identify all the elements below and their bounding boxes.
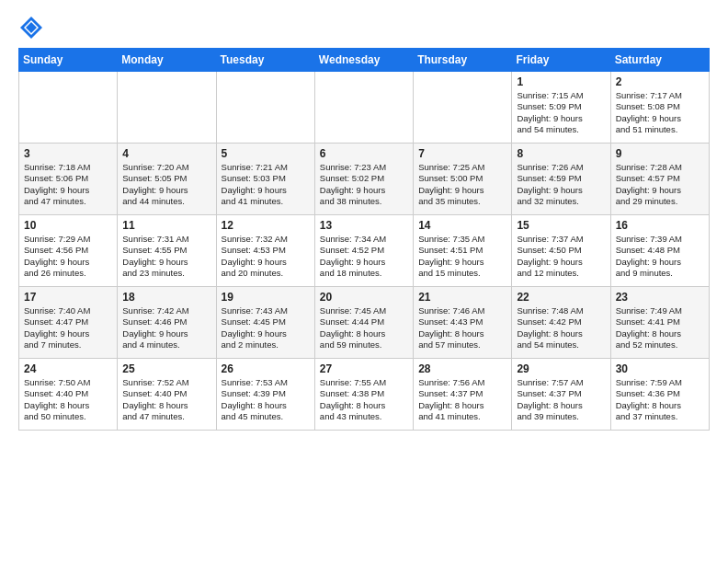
- cell-info-line: Sunset: 5:03 PM: [222, 173, 310, 184]
- cell-info-line: Daylight: 8 hours: [418, 400, 506, 411]
- calendar-cell: 22Sunrise: 7:48 AMSunset: 4:42 PMDayligh…: [512, 287, 610, 359]
- cell-info-line: Sunrise: 7:21 AM: [222, 162, 310, 173]
- weekday-header: Tuesday: [216, 49, 314, 72]
- calendar-cell: 6Sunrise: 7:23 AMSunset: 5:02 PMDaylight…: [314, 144, 413, 215]
- cell-info-line: and 52 minutes.: [616, 339, 704, 350]
- calendar-cell: 16Sunrise: 7:39 AMSunset: 4:48 PMDayligh…: [610, 215, 709, 287]
- cell-info-line: Sunset: 4:46 PM: [122, 316, 210, 327]
- weekday-header: Wednesday: [314, 49, 413, 72]
- day-number: 4: [122, 147, 210, 160]
- cell-info-line: Sunset: 4:53 PM: [222, 245, 310, 256]
- calendar-cell: 28Sunrise: 7:56 AMSunset: 4:37 PMDayligh…: [414, 359, 512, 431]
- cell-info-line: Daylight: 9 hours: [222, 328, 310, 339]
- cell-info-line: Daylight: 9 hours: [418, 257, 506, 268]
- cell-info-line: Sunrise: 7:15 AM: [517, 90, 605, 101]
- cell-info-line: Sunset: 4:37 PM: [418, 388, 506, 399]
- cell-info-line: and 43 minutes.: [320, 411, 408, 422]
- calendar-week-row: 17Sunrise: 7:40 AMSunset: 4:47 PMDayligh…: [19, 287, 710, 359]
- day-number: 30: [616, 362, 704, 375]
- cell-info-line: Sunrise: 7:34 AM: [320, 234, 408, 245]
- calendar-cell: 25Sunrise: 7:52 AMSunset: 4:40 PMDayligh…: [118, 359, 216, 431]
- cell-info-line: and 18 minutes.: [320, 268, 408, 279]
- calendar-table: SundayMondayTuesdayWednesdayThursdayFrid…: [18, 48, 710, 431]
- cell-info-line: Daylight: 8 hours: [122, 400, 210, 411]
- day-number: 13: [320, 219, 408, 232]
- calendar-cell: 9Sunrise: 7:28 AMSunset: 4:57 PMDaylight…: [610, 144, 709, 215]
- cell-info-line: and 12 minutes.: [517, 268, 605, 279]
- calendar-cell: 12Sunrise: 7:32 AMSunset: 4:53 PMDayligh…: [216, 215, 314, 287]
- calendar-cell: [19, 72, 118, 144]
- cell-info-line: Sunrise: 7:50 AM: [24, 377, 112, 388]
- cell-info-line: Sunset: 4:43 PM: [418, 316, 506, 327]
- cell-info-line: Sunset: 4:50 PM: [517, 245, 605, 256]
- cell-info-line: Sunrise: 7:23 AM: [320, 162, 408, 173]
- cell-info-line: Daylight: 9 hours: [320, 257, 408, 268]
- cell-info-line: Daylight: 9 hours: [122, 185, 210, 196]
- calendar-cell: 17Sunrise: 7:40 AMSunset: 4:47 PMDayligh…: [19, 287, 118, 359]
- cell-info-line: Sunset: 4:44 PM: [320, 316, 408, 327]
- cell-info-line: and 38 minutes.: [320, 196, 408, 207]
- cell-info-line: Daylight: 9 hours: [517, 185, 605, 196]
- calendar-week-row: 10Sunrise: 7:29 AMSunset: 4:56 PMDayligh…: [19, 215, 710, 287]
- cell-info-line: Sunset: 4:41 PM: [616, 316, 704, 327]
- calendar-cell: 19Sunrise: 7:43 AMSunset: 4:45 PMDayligh…: [216, 287, 314, 359]
- cell-info-line: Daylight: 8 hours: [517, 328, 605, 339]
- day-number: 11: [122, 219, 210, 232]
- calendar-cell: 5Sunrise: 7:21 AMSunset: 5:03 PMDaylight…: [216, 144, 314, 215]
- day-number: 6: [320, 147, 408, 160]
- day-number: 17: [24, 291, 112, 304]
- weekday-header: Saturday: [610, 49, 709, 72]
- cell-info-line: Daylight: 8 hours: [418, 328, 506, 339]
- day-number: 7: [418, 147, 506, 160]
- cell-info-line: Sunset: 4:38 PM: [320, 388, 408, 399]
- day-number: 16: [616, 219, 704, 232]
- cell-info-line: Sunrise: 7:37 AM: [517, 234, 605, 245]
- cell-info-line: and 35 minutes.: [418, 196, 506, 207]
- calendar-body: 1Sunrise: 7:15 AMSunset: 5:09 PMDaylight…: [19, 72, 710, 431]
- cell-info-line: Sunrise: 7:48 AM: [517, 305, 605, 316]
- calendar-cell: 26Sunrise: 7:53 AMSunset: 4:39 PMDayligh…: [216, 359, 314, 431]
- cell-info-line: Daylight: 9 hours: [517, 113, 605, 124]
- cell-info-line: Sunrise: 7:46 AM: [418, 305, 506, 316]
- cell-info-line: Sunset: 5:05 PM: [122, 173, 210, 184]
- cell-info-line: and 44 minutes.: [122, 196, 210, 207]
- cell-info-line: and 37 minutes.: [616, 411, 704, 422]
- cell-info-line: Sunset: 4:48 PM: [616, 245, 704, 256]
- day-number: 15: [517, 219, 605, 232]
- cell-info-line: Daylight: 8 hours: [616, 328, 704, 339]
- cell-info-line: and 54 minutes.: [517, 124, 605, 135]
- calendar-week-row: 1Sunrise: 7:15 AMSunset: 5:09 PMDaylight…: [19, 72, 710, 144]
- cell-info-line: Sunset: 4:47 PM: [24, 316, 112, 327]
- day-number: 20: [320, 291, 408, 304]
- cell-info-line: Sunrise: 7:52 AM: [122, 377, 210, 388]
- cell-info-line: and 23 minutes.: [122, 268, 210, 279]
- cell-info-line: Sunrise: 7:29 AM: [24, 234, 112, 245]
- cell-info-line: and 4 minutes.: [122, 339, 210, 350]
- cell-info-line: Sunset: 5:02 PM: [320, 173, 408, 184]
- cell-info-line: Sunrise: 7:39 AM: [616, 234, 704, 245]
- day-number: 5: [222, 147, 310, 160]
- cell-info-line: Sunrise: 7:56 AM: [418, 377, 506, 388]
- day-number: 12: [222, 219, 310, 232]
- day-number: 1: [517, 75, 605, 88]
- calendar-cell: 21Sunrise: 7:46 AMSunset: 4:43 PMDayligh…: [414, 287, 512, 359]
- cell-info-line: Daylight: 9 hours: [616, 113, 704, 124]
- cell-info-line: and 29 minutes.: [616, 196, 704, 207]
- calendar-cell: 1Sunrise: 7:15 AMSunset: 5:09 PMDaylight…: [512, 72, 610, 144]
- cell-info-line: and 57 minutes.: [418, 339, 506, 350]
- weekday-header: Friday: [512, 49, 610, 72]
- cell-info-line: and 41 minutes.: [222, 196, 310, 207]
- page-container: SundayMondayTuesdayWednesdayThursdayFrid…: [0, 0, 728, 440]
- calendar-cell: 20Sunrise: 7:45 AMSunset: 4:44 PMDayligh…: [314, 287, 413, 359]
- day-number: 21: [418, 291, 506, 304]
- calendar-cell: [118, 72, 216, 144]
- cell-info-line: and 50 minutes.: [24, 411, 112, 422]
- cell-info-line: Daylight: 9 hours: [24, 185, 112, 196]
- cell-info-line: Sunset: 4:45 PM: [222, 316, 310, 327]
- day-number: 25: [122, 362, 210, 375]
- logo: [18, 15, 48, 40]
- day-number: 2: [616, 75, 704, 88]
- cell-info-line: Sunrise: 7:20 AM: [122, 162, 210, 173]
- cell-info-line: Sunrise: 7:25 AM: [418, 162, 506, 173]
- weekday-header: Monday: [118, 49, 216, 72]
